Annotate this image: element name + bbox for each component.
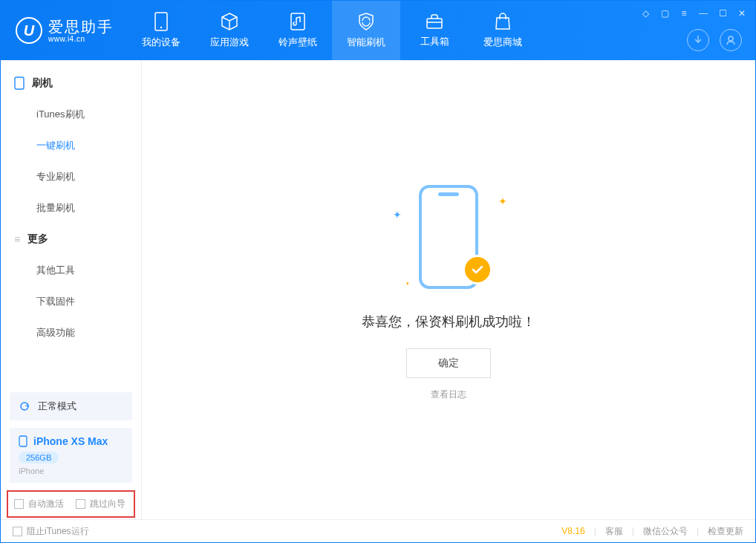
sidebar-group-title: 刷机: [32, 77, 53, 90]
footer-link-wechat[interactable]: 微信公众号: [643, 525, 688, 538]
device-name: iPhone XS Max: [33, 435, 108, 447]
ok-button[interactable]: 确定: [406, 348, 491, 378]
status-bar: 阻止iTunes运行 V8.16 | 客服 | 微信公众号 | 检查更新: [1, 519, 755, 542]
nav-tab-label: 工具箱: [420, 35, 449, 48]
account-icon[interactable]: [720, 29, 742, 51]
cube-icon: [220, 12, 239, 31]
sidebar-item-batch-flash[interactable]: 批量刷机: [1, 192, 141, 224]
checkbox-auto-activate[interactable]: 自动激活: [14, 498, 64, 510]
minimize-button[interactable]: —: [697, 8, 709, 19]
tab-my-device[interactable]: 我的设备: [127, 1, 195, 60]
body-area: 刷机 iTunes刷机 一键刷机 专业刷机 批量刷机 ≡ 更多 其他工具 下载固…: [1, 60, 755, 521]
header-right-icons: [687, 29, 742, 51]
svg-point-4: [729, 36, 733, 41]
checkbox-icon: [13, 527, 22, 536]
sidebar-group-title: 更多: [27, 233, 48, 246]
sparkle-icon: •: [406, 279, 409, 287]
sync-icon: [19, 400, 30, 412]
sidebar-item-pro-flash[interactable]: 专业刷机: [1, 161, 141, 192]
nav-tab-label: 应用游戏: [210, 36, 249, 49]
checkbox-icon: [76, 499, 85, 509]
svg-point-1: [160, 27, 162, 28]
tab-store[interactable]: 爱思商城: [469, 1, 537, 60]
tab-smart-flash[interactable]: 智能刷机: [332, 1, 400, 60]
sparkle-icon: ✦: [498, 195, 507, 207]
logo-area: U 爱思助手 www.i4.cn: [1, 1, 127, 60]
separator: |: [697, 526, 699, 536]
shirt-icon[interactable]: ◇: [639, 8, 651, 19]
checkbox-icon: [14, 499, 24, 509]
sidebar-item-other-tools[interactable]: 其他工具: [1, 255, 141, 286]
checkbox-skip-guide[interactable]: 跳过向导: [76, 498, 126, 510]
device-icon: [153, 12, 169, 31]
separator: |: [594, 526, 596, 536]
nav-tab-label: 智能刷机: [347, 36, 385, 49]
app-header: U 爱思助手 www.i4.cn 我的设备 应用游戏 铃声壁纸 智能刷机 工具箱: [1, 1, 755, 60]
music-file-icon: [289, 12, 307, 31]
separator: |: [632, 526, 634, 536]
svg-rect-6: [19, 436, 27, 446]
window-controls: ◇ ▢ ≡ — ☐ ✕: [639, 8, 748, 19]
device-small-icon: [14, 77, 25, 90]
main-content: ✦ ✦ • 恭喜您，保资料刷机成功啦！ 确定 查看日志: [142, 60, 755, 521]
close-button[interactable]: ✕: [736, 8, 748, 19]
view-log-link[interactable]: 查看日志: [431, 388, 466, 401]
shield-sync-icon: [356, 12, 376, 31]
checkbox-highlight-box: 自动激活 跳过向导: [7, 490, 135, 518]
sidebar-item-oneclick-flash[interactable]: 一键刷机: [1, 130, 141, 161]
shopping-bag-icon: [494, 12, 512, 31]
sidebar-group-flash: 刷机: [1, 68, 141, 99]
device-mode[interactable]: 正常模式: [10, 392, 132, 420]
device-type: iPhone: [19, 466, 123, 475]
success-illustration: ✦ ✦ •: [385, 181, 512, 299]
nav-tab-label: 铃声壁纸: [278, 36, 317, 49]
sidebar-item-itunes-flash[interactable]: iTunes刷机: [1, 99, 141, 130]
sparkle-icon: ✦: [393, 209, 402, 221]
tab-ringtones-wallpapers[interactable]: 铃声壁纸: [264, 1, 332, 60]
nav-tabs: 我的设备 应用游戏 铃声壁纸 智能刷机 工具箱 爱思商城: [127, 1, 537, 60]
nav-tab-label: 爱思商城: [483, 36, 522, 49]
check-badge-icon: [463, 255, 492, 284]
download-icon[interactable]: [687, 29, 709, 51]
list-icon: ≡: [14, 233, 20, 245]
checkbox-label: 自动激活: [28, 498, 64, 509]
maximize-button[interactable]: ☐: [717, 8, 729, 19]
sidebar: 刷机 iTunes刷机 一键刷机 专业刷机 批量刷机 ≡ 更多 其他工具 下载固…: [1, 60, 142, 521]
menu-icon[interactable]: ≡: [678, 8, 690, 19]
sidebar-group-more: ≡ 更多: [1, 224, 141, 255]
success-message: 恭喜您，保资料刷机成功啦！: [362, 313, 535, 331]
app-logo-subtitle: www.i4.cn: [48, 35, 114, 43]
sidebar-item-download-firmware[interactable]: 下载固件: [1, 286, 141, 317]
toolbox-icon: [425, 13, 444, 30]
device-storage-badge: 256GB: [19, 452, 59, 464]
sidebar-device-area: 正常模式 iPhone XS Max 256GB iPhone 自动激活 跳过向…: [1, 385, 141, 521]
phone-small-icon: [19, 435, 27, 447]
nav-tab-label: 我的设备: [142, 36, 180, 49]
svg-rect-3: [427, 19, 442, 28]
checkbox-block-itunes[interactable]: 阻止iTunes运行: [13, 525, 89, 538]
checkbox-label: 阻止iTunes运行: [27, 526, 89, 536]
tab-apps-games[interactable]: 应用游戏: [195, 1, 264, 60]
footer-link-service[interactable]: 客服: [605, 525, 623, 538]
device-mode-label: 正常模式: [38, 400, 76, 413]
app-logo-title: 爱思助手: [48, 19, 114, 35]
tab-toolbox[interactable]: 工具箱: [400, 1, 469, 60]
feedback-icon[interactable]: ▢: [659, 8, 671, 19]
app-logo-icon: U: [16, 17, 42, 44]
svg-rect-5: [15, 77, 24, 89]
footer-link-update[interactable]: 检查更新: [708, 525, 743, 538]
version-label: V8.16: [561, 526, 584, 536]
checkbox-label: 跳过向导: [90, 498, 126, 509]
svg-rect-2: [291, 13, 304, 30]
sidebar-item-advanced[interactable]: 高级功能: [1, 317, 141, 348]
device-card[interactable]: iPhone XS Max 256GB iPhone: [10, 428, 132, 483]
